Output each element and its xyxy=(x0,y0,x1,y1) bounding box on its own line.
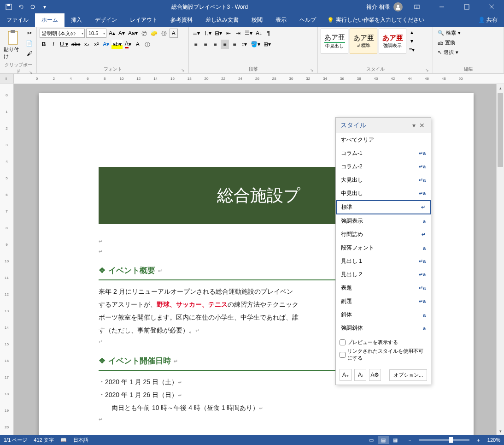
page-indicator[interactable]: 1/1 ページ xyxy=(4,437,27,444)
proofing-icon[interactable]: 📖 xyxy=(60,437,67,443)
style-list-item[interactable]: 中見出し↵a xyxy=(336,187,431,200)
increase-indent-icon[interactable]: ⇥ xyxy=(234,29,242,38)
character-border-icon[interactable]: A xyxy=(170,29,178,38)
align-left-icon[interactable]: ≡ xyxy=(192,40,200,49)
enclose-char-icon[interactable]: ㊉ xyxy=(143,40,152,49)
subscript-button[interactable]: x₂ xyxy=(82,40,91,49)
replace-button[interactable]: ab置換 xyxy=(436,38,463,47)
styles-row-up-icon[interactable]: ▴ xyxy=(408,29,416,36)
new-style-icon[interactable]: A₊ xyxy=(340,369,352,381)
underline-button[interactable]: U ▾ xyxy=(59,40,69,49)
multilevel-icon[interactable]: ⊟▾ xyxy=(214,29,223,38)
paragraph-launcher-icon[interactable]: ↘ xyxy=(310,68,314,72)
paste-button[interactable]: 貼り付け xyxy=(3,29,23,61)
avatar-icon[interactable] xyxy=(393,2,403,12)
tab-help[interactable]: ヘルプ xyxy=(293,13,322,27)
pane-options-icon[interactable]: ▾ xyxy=(410,122,418,129)
tab-file[interactable]: ファイル xyxy=(0,13,35,27)
pane-header[interactable]: スタイル ▾ ✕ xyxy=(336,118,431,133)
scroll-up-icon[interactable]: ▴ xyxy=(497,84,504,92)
shrink-font-icon[interactable]: A▾ xyxy=(117,29,126,38)
font-launcher-icon[interactable]: ↘ xyxy=(181,68,185,72)
tab-review[interactable]: 校閲 xyxy=(245,13,269,27)
scroll-thumb[interactable] xyxy=(498,93,503,167)
manage-styles-icon[interactable]: A⚙ xyxy=(369,369,381,381)
style-list-item[interactable]: 強調表示a xyxy=(336,214,431,228)
style-list-item[interactable]: 副題↵a xyxy=(336,295,431,308)
bold-button[interactable]: B xyxy=(40,40,48,49)
highlight-icon[interactable]: ab▾ xyxy=(111,40,122,49)
decrease-indent-icon[interactable]: ⇤ xyxy=(224,29,233,38)
italic-button[interactable]: I xyxy=(49,40,58,49)
tab-insert[interactable]: 挿入 xyxy=(64,13,88,27)
show-marks-icon[interactable]: ¶ xyxy=(264,29,273,38)
zoom-in-icon[interactable]: ＋ xyxy=(476,437,481,444)
find-button[interactable]: 🔍検索 ▾ xyxy=(436,29,463,37)
line-spacing-icon[interactable]: ↕▾ xyxy=(240,40,248,49)
style-list-item[interactable]: 強調斜体a xyxy=(336,321,431,335)
distributed-icon[interactable]: ≡ xyxy=(230,40,239,49)
read-mode-icon[interactable]: ▭ xyxy=(366,436,377,444)
align-center-icon[interactable]: ≡ xyxy=(201,40,210,49)
ruler-vertical[interactable]: 01234567891011121314151617181920 xyxy=(0,84,14,435)
change-case-icon[interactable]: Aa▾ xyxy=(127,29,139,38)
phonetic-icon[interactable]: ㋐ xyxy=(140,29,148,38)
minimize-icon[interactable] xyxy=(431,0,452,14)
style-list-item[interactable]: 見出し 1↵a xyxy=(336,255,431,268)
style-list-item[interactable]: 表題↵a xyxy=(336,281,431,295)
style-list-item[interactable]: 行間詰め↵ xyxy=(336,228,431,241)
copy-icon[interactable]: 📄 xyxy=(25,39,34,48)
style-emphasis[interactable]: あア亜強調表示 xyxy=(379,29,406,53)
enclose-icon[interactable]: ㊞ xyxy=(160,29,168,38)
character-shading-icon[interactable]: A xyxy=(134,40,142,49)
tab-design[interactable]: デザイン xyxy=(88,13,123,27)
close-icon[interactable] xyxy=(481,0,502,14)
styles-gallery-icon[interactable]: ≡▾ xyxy=(408,46,416,53)
body-text[interactable]: 両日とも午前 10 時～午後 4 時（昼食 1 時間あり）↵ xyxy=(99,401,418,414)
web-layout-icon[interactable]: ▦ xyxy=(390,436,401,444)
ruler-horizontal[interactable]: 0246810121416182022242628303234363840424… xyxy=(14,74,504,83)
qat-more-icon[interactable]: ▾ xyxy=(40,2,50,12)
tell-me[interactable]: 💡実行したい作業を入力してください xyxy=(322,13,472,27)
style-normal[interactable]: あア亜↲ 標準 xyxy=(350,29,377,53)
tab-layout[interactable]: レイアウト xyxy=(123,13,164,27)
justify-icon[interactable]: ≡ xyxy=(221,40,229,49)
maximize-icon[interactable] xyxy=(456,0,477,14)
sort-icon[interactable]: A↓ xyxy=(255,29,263,38)
pane-close-icon[interactable]: ✕ xyxy=(418,122,426,129)
borders-icon[interactable]: ⊞▾ xyxy=(263,40,272,49)
select-button[interactable]: ↖選択 ▾ xyxy=(436,48,463,57)
options-button[interactable]: オプション... xyxy=(389,369,427,381)
word-count[interactable]: 412 文字 xyxy=(34,437,53,444)
style-list-item[interactable]: コラム-1↵a xyxy=(336,147,431,160)
body-text[interactable]: ・2020 年 1 月 26 日（日）↵ xyxy=(99,388,418,401)
grow-font-icon[interactable]: A▴ xyxy=(108,29,116,38)
style-list-item[interactable]: 段落フォントa xyxy=(336,241,431,255)
print-layout-icon[interactable]: ▤ xyxy=(378,436,389,444)
style-list[interactable]: すべてクリアコラム-1↵aコラム-2↵a大見出し↵a中見出し↵a標準↵強調表示a… xyxy=(336,133,431,335)
clear-format-icon[interactable]: 🧽 xyxy=(150,29,158,38)
scrollbar-vertical[interactable]: ▴ ▾ xyxy=(496,84,504,435)
tab-references[interactable]: 参考資料 xyxy=(164,13,199,27)
tab-view[interactable]: 表示 xyxy=(269,13,293,27)
redo-icon[interactable] xyxy=(28,2,38,12)
cut-icon[interactable]: ✂ xyxy=(25,29,34,38)
ribbon-options-icon[interactable] xyxy=(406,0,428,14)
style-list-item[interactable]: すべてクリア xyxy=(336,133,431,147)
tab-home[interactable]: ホーム xyxy=(35,13,64,27)
bullets-icon[interactable]: ≣▾ xyxy=(192,29,201,38)
style-list-item[interactable]: 標準↵ xyxy=(336,200,431,214)
font-name-select[interactable]: 游明朝 (本文の xyxy=(40,29,85,38)
align-right-icon[interactable]: ≡ xyxy=(211,40,219,49)
style-inspector-icon[interactable]: Aᵢ xyxy=(354,369,366,381)
tab-mailings[interactable]: 差し込み文書 xyxy=(199,13,245,27)
font-size-select[interactable]: 10.5 xyxy=(86,29,106,38)
font-color-icon[interactable]: A▾ xyxy=(124,40,132,49)
scroll-down-icon[interactable]: ▾ xyxy=(497,427,504,435)
zoom-slider[interactable] xyxy=(419,439,469,441)
superscript-button[interactable]: x² xyxy=(92,40,100,49)
numbering-icon[interactable]: ⒈▾ xyxy=(202,29,212,38)
text-effects-icon[interactable]: A▾ xyxy=(102,40,110,49)
linked-checkbox[interactable]: リンクされたスタイルを使用不可にする xyxy=(340,347,427,362)
asian-layout-icon[interactable]: ☰▾ xyxy=(244,29,253,38)
